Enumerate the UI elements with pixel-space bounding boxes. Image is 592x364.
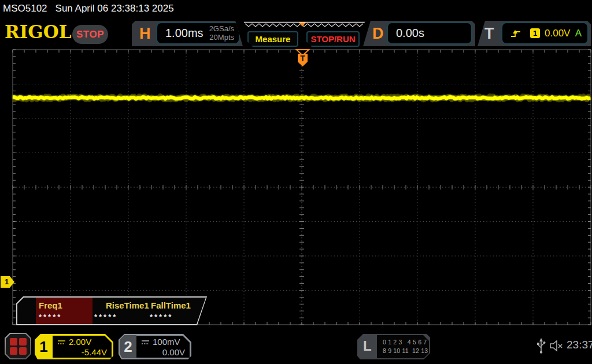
trigger-label: T	[484, 25, 494, 43]
rigol-logo: RIGOL	[5, 22, 72, 42]
measurement-item-risetime1[interactable]: RiseTime1 *****	[92, 298, 149, 324]
delay-settings-box[interactable]: D 0.00s	[363, 21, 475, 46]
trigger-level-value: 0.00V	[545, 28, 570, 39]
datetime-text: Sun April 06 23:38:13 2025	[56, 3, 174, 14]
measurement-panel-spacer	[17, 298, 36, 324]
timebase-display[interactable]: 1.00ms 2GSa/s 20Mpts	[156, 22, 240, 44]
acquisition-status-badge: STOP	[72, 25, 108, 44]
channel1-number: 1	[35, 334, 53, 359]
usb-icon	[536, 337, 546, 355]
ch1-offset: -5.44V	[57, 347, 107, 358]
oscilloscope-screen: MSO5102 Sun April 06 23:38:13 2025 RIGOL…	[0, 0, 592, 364]
ch1-dc-coupling-icon	[57, 339, 66, 345]
ch1-ground-marker[interactable]: 1	[1, 276, 14, 288]
channel1-badge[interactable]: 1 2.00V -5.44V	[35, 334, 113, 359]
channel2-badge[interactable]: 2 100mV 0.00V	[119, 334, 191, 359]
overview-trigger-position-icon[interactable]	[299, 23, 306, 27]
delay-label: D	[372, 25, 384, 43]
logic-channels-badge[interactable]: L 0 1 2 3 4 5 6 7 8 9 10 11 12 13 14 15	[357, 334, 430, 359]
titlebar: MSO5102 Sun April 06 23:38:13 2025	[0, 0, 592, 17]
speaker-muted-icon[interactable]	[549, 340, 564, 352]
horizontal-label: H	[139, 25, 151, 43]
delay-value: 0.00s	[396, 27, 424, 40]
horizontal-settings-box[interactable]: H 1.00ms 2GSa/s 20Mpts	[132, 21, 243, 46]
channel2-number: 2	[120, 335, 136, 358]
delay-display[interactable]: 0.00s	[387, 22, 472, 44]
clock: 23:37	[567, 339, 592, 351]
logic-row1: 0 1 2 3 4 5 6 7	[383, 338, 429, 347]
menu-bar: RIGOL STOP H 1.00ms 2GSa/s 20Mpts Measur…	[0, 17, 592, 49]
menu-grid-icon[interactable]	[5, 333, 31, 359]
ch1-scale: 2.00V	[69, 337, 91, 347]
stop-run-button[interactable]: STOP/RUN	[306, 31, 360, 47]
ch2-dc-coupling-icon	[141, 339, 150, 345]
logic-label: L	[363, 338, 372, 354]
model-name: MSO5102	[3, 3, 47, 14]
trigger-settings-box[interactable]: T 1 0.00V A	[478, 21, 591, 46]
memory-depth: 20Mpts	[209, 33, 234, 42]
status-bar: 1 2.00V -5.44V 2	[0, 329, 592, 364]
trigger-display[interactable]: 1 0.00V A	[501, 22, 589, 44]
measurement-item-freq1[interactable]: Freq1 *****	[36, 298, 92, 324]
trigger-sweep-mode: A	[575, 28, 582, 39]
trigger-source-badge: 1	[530, 28, 540, 38]
trigger-flag-letter: T	[300, 54, 305, 63]
measurement-item-falltime1[interactable]: FallTime1 *****	[149, 298, 206, 324]
logic-row2: 8 9 10 11 12 13 14 15	[383, 347, 429, 355]
timebase-value: 1.00ms	[165, 27, 204, 40]
waveform-overview-strip[interactable]	[237, 21, 365, 30]
trigger-slope-rising-icon	[510, 29, 521, 38]
sample-rate: 2GSa/s	[209, 24, 234, 33]
trigger-position-flag[interactable]: T	[295, 49, 310, 68]
ch2-scale: 100mV	[153, 337, 180, 347]
ch2-offset: 0.00V	[141, 347, 185, 358]
measurement-panel: Freq1 ***** RiseTime1 ***** FallTime1 **…	[16, 296, 207, 325]
measure-button[interactable]: Measure	[247, 31, 298, 47]
